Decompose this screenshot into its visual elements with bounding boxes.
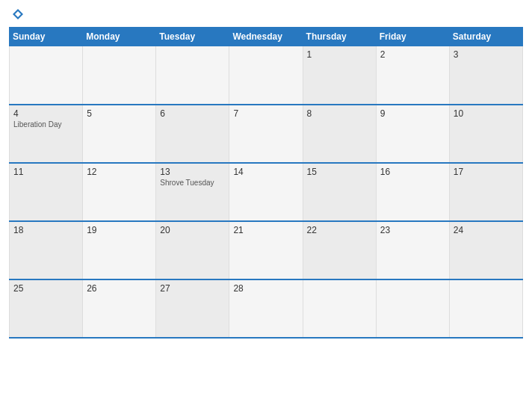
- cell-day-number: 22: [307, 225, 372, 235]
- cell-day-number: 1: [307, 49, 372, 60]
- cell-day-number: 18: [13, 225, 78, 235]
- cell-day-number: 3: [454, 49, 519, 60]
- calendar-cell: [229, 46, 303, 105]
- calendar-cell: 11: [10, 163, 83, 221]
- calendar-header-row: SundayMondayTuesdayWednesdayThursdayFrid…: [10, 28, 523, 46]
- calendar-cell: 4Liberation Day: [10, 105, 83, 163]
- calendar-week-row: 111213Shrove Tuesday14151617: [10, 163, 523, 221]
- calendar-cell: 7: [229, 105, 303, 163]
- cell-day-number: 27: [160, 283, 225, 294]
- cell-day-number: 17: [454, 167, 519, 177]
- calendar-cell: [376, 279, 449, 338]
- calendar-cell: 27: [156, 279, 229, 338]
- cell-day-number: 11: [13, 167, 78, 177]
- cell-event-label: Shrove Tuesday: [160, 179, 225, 187]
- cell-day-number: 15: [307, 167, 372, 177]
- calendar-cell: 12: [83, 163, 156, 221]
- calendar-cell: [303, 279, 376, 338]
- calendar-cell: 15: [303, 163, 376, 221]
- cell-day-number: 16: [380, 167, 445, 177]
- calendar-cell: 21: [229, 221, 303, 279]
- calendar-page: SundayMondayTuesdayWednesdayThursdayFrid…: [0, 0, 532, 411]
- calendar-header: [9, 7, 523, 21]
- calendar-cell: 24: [449, 221, 522, 279]
- cell-day-number: 7: [233, 108, 298, 119]
- logo: [9, 7, 26, 21]
- col-header-tuesday: Tuesday: [156, 28, 229, 46]
- cell-day-number: 23: [380, 225, 445, 235]
- cell-day-number: 26: [87, 283, 152, 294]
- col-header-monday: Monday: [83, 28, 156, 46]
- cell-day-number: 12: [87, 167, 152, 177]
- cell-day-number: 28: [233, 283, 298, 294]
- calendar-cell: [83, 46, 156, 105]
- calendar-cell: 23: [376, 221, 449, 279]
- calendar-cell: 17: [449, 163, 522, 221]
- cell-day-number: 21: [233, 225, 298, 235]
- calendar-cell: 13Shrove Tuesday: [156, 163, 229, 221]
- calendar-cell: 2: [376, 46, 449, 105]
- col-header-sunday: Sunday: [10, 28, 83, 46]
- cell-day-number: 2: [380, 49, 445, 60]
- calendar-cell: 26: [83, 279, 156, 338]
- calendar-cell: 19: [83, 221, 156, 279]
- calendar-cell: 6: [156, 105, 229, 163]
- calendar-week-row: 18192021222324: [10, 221, 523, 279]
- col-header-wednesday: Wednesday: [229, 28, 303, 46]
- calendar-cell: 10: [449, 105, 522, 163]
- cell-day-number: 19: [87, 225, 152, 235]
- col-header-thursday: Thursday: [303, 28, 376, 46]
- calendar-cell: 1: [303, 46, 376, 105]
- calendar-cell: 9: [376, 105, 449, 163]
- calendar-body: 1234Liberation Day5678910111213Shrove Tu…: [10, 46, 523, 338]
- cell-day-number: 20: [160, 225, 225, 235]
- cell-day-number: 13: [160, 167, 225, 177]
- calendar-cell: 20: [156, 221, 229, 279]
- cell-day-number: 24: [454, 225, 519, 235]
- calendar-cell: 3: [449, 46, 522, 105]
- cell-day-number: 14: [233, 167, 298, 177]
- col-header-friday: Friday: [376, 28, 449, 46]
- calendar-cell: [156, 46, 229, 105]
- cell-day-number: 6: [160, 108, 225, 119]
- col-header-saturday: Saturday: [449, 28, 522, 46]
- cell-day-number: 9: [380, 108, 445, 119]
- calendar-cell: 22: [303, 221, 376, 279]
- calendar-week-row: 25262728: [10, 279, 523, 338]
- cell-day-number: 4: [13, 108, 78, 119]
- calendar-table: SundayMondayTuesdayWednesdayThursdayFrid…: [9, 27, 523, 339]
- calendar-cell: 28: [229, 279, 303, 338]
- cell-day-number: 8: [307, 108, 372, 119]
- calendar-cell: 8: [303, 105, 376, 163]
- calendar-cell: [449, 279, 522, 338]
- cell-day-number: 25: [13, 283, 78, 294]
- calendar-week-row: 123: [10, 46, 523, 105]
- calendar-week-row: 4Liberation Day5678910: [10, 105, 523, 163]
- calendar-cell: 18: [10, 221, 83, 279]
- calendar-cell: 16: [376, 163, 449, 221]
- cell-day-number: 10: [454, 108, 519, 119]
- cell-event-label: Liberation Day: [13, 120, 78, 129]
- calendar-cell: 25: [10, 279, 83, 338]
- calendar-cell: [10, 46, 83, 105]
- calendar-cell: 14: [229, 163, 303, 221]
- calendar-cell: 5: [83, 105, 156, 163]
- cell-day-number: 5: [87, 108, 152, 119]
- logo-icon: [11, 7, 25, 21]
